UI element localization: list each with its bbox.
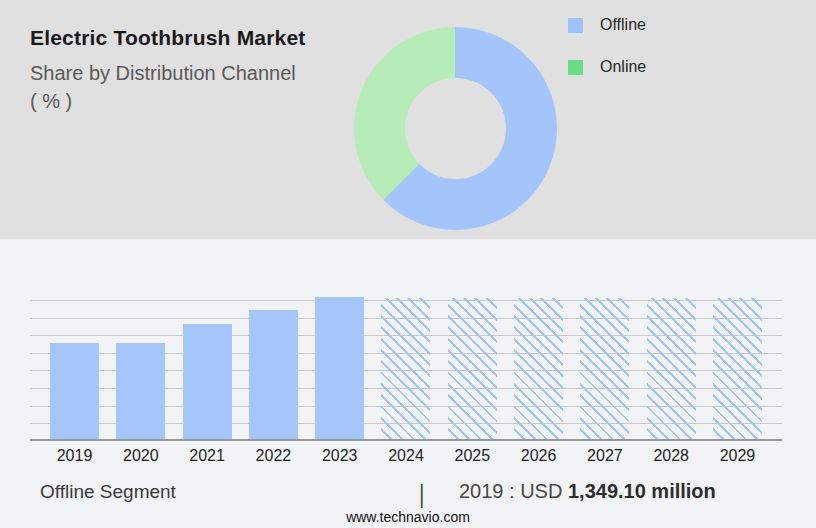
donut-hole [405, 78, 506, 179]
x-label-2028: 2028 [647, 447, 696, 465]
bar-2023 [315, 297, 364, 439]
bar-2020 [116, 343, 165, 439]
website-link[interactable]: www.technavio.com [0, 509, 816, 525]
title-block: Electric Toothbrush Market Share by Dist… [30, 26, 306, 115]
x-axis-labels: 2019202020212022202320242025202620272028… [30, 447, 782, 465]
bar-plot-area [30, 300, 782, 441]
x-label-2019: 2019 [50, 447, 99, 465]
stat-value: 1,349.10 million [568, 480, 716, 502]
x-label-2021: 2021 [183, 447, 232, 465]
bar-2027 [580, 298, 629, 439]
online-swatch-icon [568, 60, 583, 75]
x-label-2024: 2024 [381, 447, 430, 465]
stat-prefix: 2019 : USD [459, 480, 568, 502]
segment-label: Offline Segment [40, 481, 176, 503]
legend: Offline Online [568, 16, 646, 100]
bar-2019 [50, 343, 99, 439]
header-panel: Electric Toothbrush Market Share by Dist… [0, 0, 816, 239]
offline-swatch-icon [568, 18, 583, 33]
bar-chart-panel: 2019202020212022202320242025202620272028… [0, 239, 816, 528]
x-label-2026: 2026 [514, 447, 563, 465]
x-label-2025: 2025 [448, 447, 497, 465]
bar-2028 [647, 298, 696, 439]
bar-2026 [514, 298, 563, 439]
bar-2021 [183, 324, 232, 439]
chart-unit: ( % ) [30, 87, 306, 115]
bar-2022 [249, 310, 298, 439]
x-label-2020: 2020 [116, 447, 165, 465]
donut-chart [354, 27, 557, 230]
legend-label-online: Online [600, 58, 646, 76]
x-label-2029: 2029 [713, 447, 762, 465]
bar-2024 [381, 298, 430, 439]
legend-item-online: Online [568, 58, 646, 76]
stat-line: 2019 : USD 1,349.10 million [459, 480, 716, 503]
x-label-2027: 2027 [580, 447, 629, 465]
page-title: Electric Toothbrush Market [30, 26, 306, 50]
bar-2025 [448, 298, 497, 439]
legend-label-offline: Offline [600, 16, 646, 34]
legend-item-offline: Offline [568, 16, 646, 34]
bar-2029 [713, 298, 762, 439]
x-label-2023: 2023 [315, 447, 364, 465]
x-label-2022: 2022 [249, 447, 298, 465]
separator-bar: | [419, 479, 424, 509]
chart-subtitle: Share by Distribution Channel [30, 59, 306, 87]
